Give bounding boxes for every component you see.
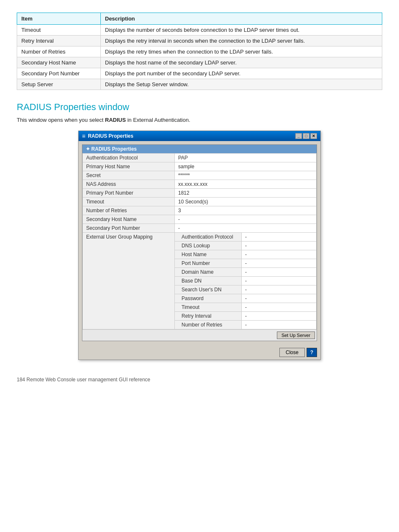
setup-button-row: Set Up Server — [82, 329, 317, 341]
sub-prop-value: - — [242, 321, 317, 329]
minimize-button[interactable]: _ — [295, 133, 302, 139]
prop-value: PAP — [175, 154, 317, 162]
prop-value: xx.xxx.xx.xxx — [175, 180, 317, 189]
sub-prop-value: - — [242, 294, 317, 303]
prop-label: Secondary Port Number — [83, 224, 175, 233]
prop-label: Secret — [83, 171, 175, 180]
props-table: Authentication ProtocolPAPPrimary Host N… — [82, 153, 317, 329]
sub-prop-value: - — [242, 268, 317, 277]
prop-value: ****** — [175, 171, 317, 180]
ref-item-description: Displays the port number of the secondar… — [101, 68, 382, 79]
sub-prop-value: - — [242, 233, 317, 242]
props-section-header: ✦ RADIUS Properties — [82, 145, 317, 153]
properties-panel: ✦ RADIUS Properties Authentication Proto… — [82, 144, 317, 341]
sub-prop-value: - — [242, 277, 317, 285]
titlebar-left: ≡ RADIUS Properties — [82, 133, 133, 139]
help-button[interactable]: ? — [307, 348, 317, 357]
prop-value: - — [175, 215, 317, 224]
sub-prop-label: Authentication Protocol — [175, 233, 242, 242]
sub-prop-label: Host Name — [175, 250, 242, 259]
sub-prop-value: - — [242, 259, 317, 268]
radius-properties-dialog: ≡ RADIUS Properties _ □ ✕ ✦ RADIUS Prope… — [78, 131, 321, 360]
sub-prop-label: Base DN — [175, 277, 242, 285]
prop-value: sample — [175, 162, 317, 171]
prop-label: NAS Address — [83, 180, 175, 189]
ref-item-label: Setup Server — [17, 79, 101, 90]
sub-prop-value: - — [242, 242, 317, 250]
prop-value: 1812 — [175, 189, 317, 198]
prop-value: 10 Second(s) — [175, 198, 317, 206]
sub-prop-label: Retry Interval — [175, 312, 242, 321]
ref-item-description: Displays the host name of the secondary … — [101, 57, 382, 68]
prop-label: Number of Retries — [83, 206, 175, 215]
titlebar-controls[interactable]: _ □ ✕ — [295, 133, 317, 139]
prop-label: Authentication Protocol — [83, 154, 175, 162]
dialog-footer: Close ? — [79, 345, 320, 360]
sub-prop-label: Port Number — [175, 259, 242, 268]
dialog-body: ✦ RADIUS Properties Authentication Proto… — [79, 141, 320, 344]
sub-prop-value: - — [242, 312, 317, 321]
maximize-button[interactable]: □ — [303, 133, 309, 139]
dialog-title: RADIUS Properties — [88, 133, 133, 139]
ref-item-label: Retry Interval — [17, 36, 101, 46]
prop-value: - — [175, 224, 317, 233]
ref-item-label: Secondary Port Number — [17, 68, 101, 79]
sub-prop-value: - — [242, 285, 317, 294]
section-intro: This window opens when you select RADIUS… — [17, 117, 382, 123]
ref-item-description: Displays the retry times when the connec… — [101, 46, 382, 57]
ref-table-header-item: Item — [17, 13, 101, 25]
sub-prop-label: Domain Name — [175, 268, 242, 277]
intro-bold: RADIUS — [105, 117, 126, 123]
prop-label: Primary Port Number — [83, 189, 175, 198]
ref-item-label: Secondary Host Name — [17, 57, 101, 68]
reference-table: Item Description TimeoutDisplays the num… — [17, 13, 382, 90]
sub-prop-value: - — [242, 303, 317, 312]
dialog-titlebar: ≡ RADIUS Properties _ □ ✕ — [79, 131, 320, 141]
prop-label: Primary Host Name — [83, 162, 175, 171]
page-footer: 184 Remote Web Console user management G… — [17, 377, 382, 383]
setup-server-button[interactable]: Set Up Server — [277, 332, 315, 339]
ref-item-label: Number of Retries — [17, 46, 101, 57]
prop-label: Timeout — [83, 198, 175, 206]
prop-label: Secondary Host Name — [83, 215, 175, 224]
ref-item-description: Displays the Setup Server window. — [101, 79, 382, 90]
intro-suffix: in External Authentication. — [126, 117, 190, 123]
sub-prop-label: Search User's DN — [175, 285, 242, 294]
sub-prop-label: Timeout — [175, 303, 242, 312]
sub-prop-label: Number of Retries — [175, 321, 242, 329]
prop-value: 3 — [175, 206, 317, 215]
ref-table-header-description: Description — [101, 13, 382, 25]
ref-item-description: Displays the retry interval in seconds w… — [101, 36, 382, 46]
close-title-button[interactable]: ✕ — [310, 133, 317, 139]
sub-prop-value: - — [242, 250, 317, 259]
dialog-icon: ≡ — [82, 133, 85, 139]
ref-item-description: Displays the number of seconds before co… — [101, 25, 382, 36]
props-section-label: ✦ RADIUS Properties — [86, 146, 137, 152]
sub-prop-label: Password — [175, 294, 242, 303]
section-heading: RADIUS Properties window — [17, 102, 382, 113]
sub-prop-label: DNS Lookup — [175, 242, 242, 250]
ref-item-label: Timeout — [17, 25, 101, 36]
intro-plain: This window opens when you select — [17, 117, 105, 123]
close-button[interactable]: Close — [279, 348, 305, 357]
group-label: External User Group Mapping — [83, 233, 175, 329]
